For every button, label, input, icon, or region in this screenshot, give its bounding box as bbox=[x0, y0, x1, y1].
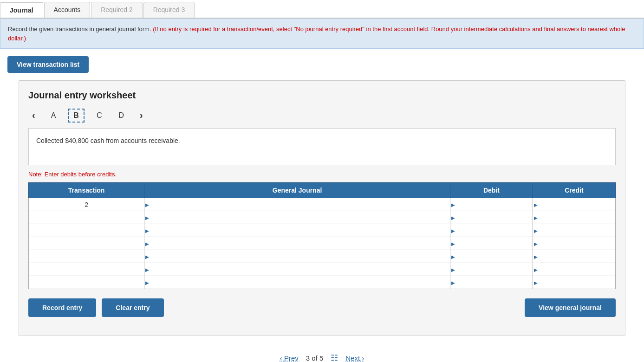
table-row bbox=[29, 263, 616, 276]
debit-cell[interactable] bbox=[450, 276, 533, 289]
next-button[interactable]: Next › bbox=[345, 354, 364, 362]
credit-input[interactable] bbox=[533, 237, 615, 250]
general-journal-input[interactable] bbox=[144, 211, 450, 224]
tab-required2[interactable]: Required 2 bbox=[91, 2, 143, 18]
nav-letter-D[interactable]: D bbox=[114, 110, 129, 122]
transaction-number-cell bbox=[29, 224, 144, 237]
instruction-normal: Record the given transactions in general… bbox=[8, 26, 151, 32]
action-buttons: Record entry Clear entry View general jo… bbox=[28, 298, 616, 317]
debit-cell[interactable] bbox=[450, 263, 533, 276]
letter-nav: ‹ A B C D › bbox=[28, 108, 616, 123]
debit-cell[interactable] bbox=[450, 211, 533, 224]
general-journal-cell[interactable] bbox=[144, 211, 450, 224]
nav-letter-B[interactable]: B bbox=[68, 109, 85, 123]
transaction-number-cell bbox=[29, 237, 144, 250]
prev-button[interactable]: ‹ Prev bbox=[280, 354, 299, 362]
next-letter-button[interactable]: › bbox=[136, 108, 147, 123]
tab-journal[interactable]: Journal bbox=[0, 2, 43, 18]
debit-input[interactable] bbox=[450, 198, 533, 211]
transaction-number-cell bbox=[29, 276, 144, 289]
nav-letter-A[interactable]: A bbox=[46, 110, 61, 122]
general-journal-cell[interactable] bbox=[144, 224, 450, 237]
transaction-number-cell: 2 bbox=[29, 198, 144, 211]
table-row bbox=[29, 237, 616, 250]
instruction-banner: Record the given transactions in general… bbox=[0, 19, 644, 49]
col-header-credit: Credit bbox=[533, 183, 615, 198]
credit-cell[interactable] bbox=[533, 198, 615, 211]
transaction-number-cell bbox=[29, 211, 144, 224]
credit-cell[interactable] bbox=[533, 250, 615, 263]
tab-required3[interactable]: Required 3 bbox=[143, 2, 195, 18]
transaction-description: Collected $40,800 cash from accounts rec… bbox=[28, 128, 616, 165]
grid-icon[interactable]: ☷ bbox=[331, 353, 338, 362]
general-journal-cell[interactable] bbox=[144, 250, 450, 263]
general-journal-cell[interactable] bbox=[144, 276, 450, 289]
credit-input[interactable] bbox=[533, 211, 615, 224]
credit-input[interactable] bbox=[533, 224, 615, 237]
debit-cell[interactable] bbox=[450, 250, 533, 263]
col-header-transaction: Transaction bbox=[29, 183, 144, 198]
general-journal-cell[interactable] bbox=[144, 237, 450, 250]
debit-input[interactable] bbox=[450, 224, 533, 237]
general-journal-input[interactable] bbox=[144, 237, 450, 250]
tab-bar: Journal Accounts Required 2 Required 3 bbox=[0, 0, 644, 19]
credit-cell[interactable] bbox=[533, 237, 615, 250]
record-entry-button[interactable]: Record entry bbox=[28, 298, 96, 317]
worksheet-container: Journal entry worksheet ‹ A B C D › Coll… bbox=[19, 80, 625, 336]
debit-input[interactable] bbox=[450, 276, 533, 289]
transaction-number-cell bbox=[29, 250, 144, 263]
general-journal-input[interactable] bbox=[144, 263, 450, 276]
table-row bbox=[29, 276, 616, 289]
clear-entry-button[interactable]: Clear entry bbox=[102, 298, 163, 317]
worksheet-title: Journal entry worksheet bbox=[28, 90, 616, 101]
tab-accounts[interactable]: Accounts bbox=[44, 2, 91, 18]
view-general-journal-button[interactable]: View general journal bbox=[525, 298, 616, 317]
general-journal-input[interactable] bbox=[144, 224, 450, 237]
credit-input[interactable] bbox=[533, 198, 615, 211]
general-journal-cell[interactable] bbox=[144, 263, 450, 276]
credit-cell[interactable] bbox=[533, 224, 615, 237]
general-journal-input[interactable] bbox=[144, 198, 450, 211]
table-row bbox=[29, 211, 616, 224]
table-row: 2 bbox=[29, 198, 616, 211]
col-header-debit: Debit bbox=[450, 183, 533, 198]
credit-input[interactable] bbox=[533, 263, 615, 276]
pagination: ‹ Prev 3 of 5 ☷ Next › bbox=[0, 345, 644, 362]
debit-input[interactable] bbox=[450, 250, 533, 263]
general-journal-input[interactable] bbox=[144, 276, 450, 289]
debit-input[interactable] bbox=[450, 211, 533, 224]
journal-table: Transaction General Journal Debit Credit… bbox=[28, 182, 616, 289]
nav-letter-C[interactable]: C bbox=[92, 110, 107, 122]
table-row bbox=[29, 250, 616, 263]
credit-cell[interactable] bbox=[533, 211, 615, 224]
pagination-info: 3 of 5 bbox=[306, 354, 324, 362]
debit-cell[interactable] bbox=[450, 224, 533, 237]
debit-cell[interactable] bbox=[450, 237, 533, 250]
general-journal-input[interactable] bbox=[144, 250, 450, 263]
table-row bbox=[29, 224, 616, 237]
debit-input[interactable] bbox=[450, 263, 533, 276]
credit-cell[interactable] bbox=[533, 276, 615, 289]
credit-input[interactable] bbox=[533, 250, 615, 263]
credit-input[interactable] bbox=[533, 276, 615, 289]
debit-cell[interactable] bbox=[450, 198, 533, 211]
col-header-general-journal: General Journal bbox=[144, 183, 450, 198]
credit-cell[interactable] bbox=[533, 263, 615, 276]
view-transaction-button[interactable]: View transaction list bbox=[7, 56, 89, 73]
debit-input[interactable] bbox=[450, 237, 533, 250]
prev-letter-button[interactable]: ‹ bbox=[28, 108, 39, 123]
transaction-number-cell bbox=[29, 263, 144, 276]
note-text: Note: Enter debits before credits. bbox=[28, 171, 616, 178]
general-journal-cell[interactable] bbox=[144, 198, 450, 211]
